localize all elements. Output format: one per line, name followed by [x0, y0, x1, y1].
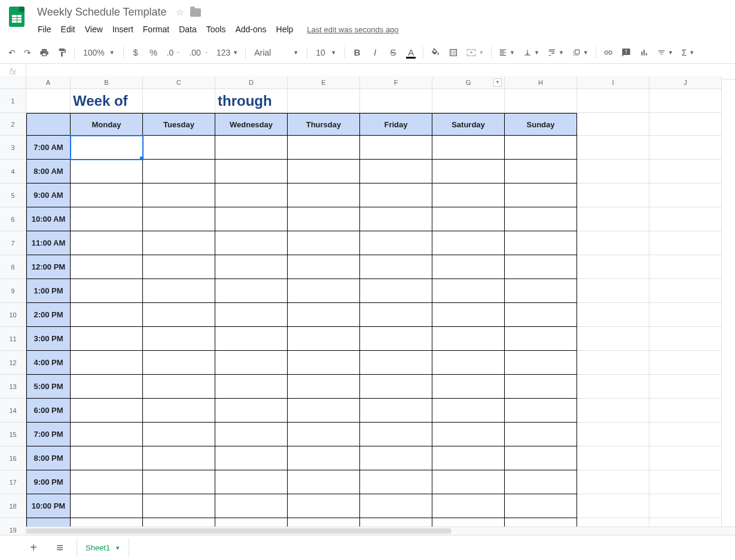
- cell-F1[interactable]: [360, 89, 432, 113]
- cell-E12[interactable]: [288, 351, 360, 375]
- cell-C9[interactable]: [143, 279, 215, 303]
- functions-button[interactable]: Σ▼: [678, 44, 699, 61]
- cell-F11[interactable]: [360, 327, 432, 351]
- cell-J11[interactable]: [649, 327, 722, 351]
- column-header-H[interactable]: H: [505, 76, 577, 89]
- cell-J1[interactable]: [649, 89, 722, 113]
- row-header-16[interactable]: 16: [0, 446, 26, 470]
- cell-J16[interactable]: [649, 446, 722, 470]
- cell-G18[interactable]: [432, 494, 505, 518]
- star-icon[interactable]: ☆: [176, 7, 184, 18]
- currency-button[interactable]: $: [127, 44, 144, 61]
- cell-H18[interactable]: [505, 494, 577, 518]
- cell-G8[interactable]: [432, 255, 505, 279]
- cell-E15[interactable]: [288, 423, 360, 446]
- sheet-tab[interactable]: Sheet1▼: [77, 538, 129, 557]
- cell-H8[interactable]: [505, 255, 577, 279]
- time-cell-13[interactable]: 5:00 PM: [26, 375, 71, 399]
- cell-J7[interactable]: [649, 231, 722, 255]
- cell-C12[interactable]: [143, 351, 215, 375]
- cell-G14[interactable]: [432, 399, 505, 423]
- merge-button[interactable]: ▼: [463, 44, 487, 61]
- menu-data[interactable]: Data: [175, 22, 201, 36]
- increase-decimal-button[interactable]: .00→: [185, 44, 211, 61]
- cell-E5[interactable]: [288, 183, 360, 207]
- cell-B2[interactable]: Monday: [71, 113, 143, 136]
- cell-H2[interactable]: Sunday: [505, 113, 577, 136]
- cell-H9[interactable]: [505, 279, 577, 303]
- cell-H13[interactable]: [505, 375, 577, 399]
- cell-C3[interactable]: [143, 136, 215, 160]
- column-header-A[interactable]: A: [26, 76, 71, 89]
- cell-B4[interactable]: [71, 160, 143, 183]
- cell-I5[interactable]: [577, 183, 649, 207]
- cell-I8[interactable]: [577, 255, 649, 279]
- cell-G12[interactable]: [432, 351, 505, 375]
- time-cell-15[interactable]: 7:00 PM: [26, 423, 71, 446]
- row-header-13[interactable]: 13: [0, 375, 26, 399]
- menu-format[interactable]: Format: [139, 22, 173, 36]
- font-select[interactable]: Arial▼: [249, 44, 303, 61]
- cell-F14[interactable]: [360, 399, 432, 423]
- time-cell-9[interactable]: 1:00 PM: [26, 279, 71, 303]
- v-align-button[interactable]: ▼: [520, 44, 543, 61]
- cell-H15[interactable]: [505, 423, 577, 446]
- cell-E2[interactable]: Thursday: [288, 113, 360, 136]
- italic-button[interactable]: I: [367, 44, 383, 61]
- cell-E16[interactable]: [288, 446, 360, 470]
- cell-J9[interactable]: [649, 279, 722, 303]
- cell-C4[interactable]: [143, 160, 215, 183]
- cell-G5[interactable]: [432, 183, 505, 207]
- cell-F16[interactable]: [360, 446, 432, 470]
- cell-D1[interactable]: through: [215, 89, 288, 113]
- cell-D10[interactable]: [215, 303, 288, 327]
- row-header-15[interactable]: 15: [0, 423, 26, 446]
- cell-J2[interactable]: [649, 113, 722, 136]
- cell-I16[interactable]: [577, 446, 649, 470]
- time-cell-18[interactable]: 10:00 PM: [26, 494, 71, 518]
- cell-J3[interactable]: [649, 136, 722, 160]
- row-header-1[interactable]: 1: [0, 89, 26, 113]
- cell-G7[interactable]: [432, 231, 505, 255]
- zoom-select[interactable]: 100%▼: [78, 44, 120, 61]
- cell-I17[interactable]: [577, 470, 649, 494]
- cell-C13[interactable]: [143, 375, 215, 399]
- cell-C1[interactable]: [143, 89, 215, 113]
- time-cell-5[interactable]: 9:00 AM: [26, 183, 71, 207]
- cell-E13[interactable]: [288, 375, 360, 399]
- cell-F10[interactable]: [360, 303, 432, 327]
- cell-I1[interactable]: [577, 89, 649, 113]
- time-cell-16[interactable]: 8:00 PM: [26, 446, 71, 470]
- cell-C2[interactable]: Tuesday: [143, 113, 215, 136]
- cell-J12[interactable]: [649, 351, 722, 375]
- cell-D2[interactable]: Wednesday: [215, 113, 288, 136]
- row-header-9[interactable]: 9: [0, 279, 26, 303]
- document-title[interactable]: Weekly Schedule Template: [33, 5, 170, 20]
- cell-F2[interactable]: Friday: [360, 113, 432, 136]
- time-cell-6[interactable]: 10:00 AM: [26, 207, 71, 231]
- paint-format-button[interactable]: [54, 44, 71, 61]
- chart-button[interactable]: [636, 44, 652, 61]
- row-header-14[interactable]: 14: [0, 399, 26, 423]
- cell-E1[interactable]: [288, 89, 360, 113]
- percent-button[interactable]: %: [145, 44, 162, 61]
- cell-I10[interactable]: [577, 303, 649, 327]
- time-cell-4[interactable]: 8:00 AM: [26, 160, 71, 183]
- menu-view[interactable]: View: [81, 22, 107, 36]
- cell-J5[interactable]: [649, 183, 722, 207]
- cell-C17[interactable]: [143, 470, 215, 494]
- column-header-J[interactable]: J: [649, 76, 722, 89]
- menu-insert[interactable]: Insert: [108, 22, 138, 36]
- cell-D8[interactable]: [215, 255, 288, 279]
- time-cell-10[interactable]: 2:00 PM: [26, 303, 71, 327]
- time-cell-7[interactable]: 11:00 AM: [26, 231, 71, 255]
- cell-E14[interactable]: [288, 399, 360, 423]
- cell-B8[interactable]: [71, 255, 143, 279]
- cell-G6[interactable]: [432, 207, 505, 231]
- time-cell-12[interactable]: 4:00 PM: [26, 351, 71, 375]
- cell-I7[interactable]: [577, 231, 649, 255]
- menu-file[interactable]: File: [33, 22, 56, 36]
- cell-G15[interactable]: [432, 423, 505, 446]
- cell-B5[interactable]: [71, 183, 143, 207]
- row-header-7[interactable]: 7: [0, 231, 26, 255]
